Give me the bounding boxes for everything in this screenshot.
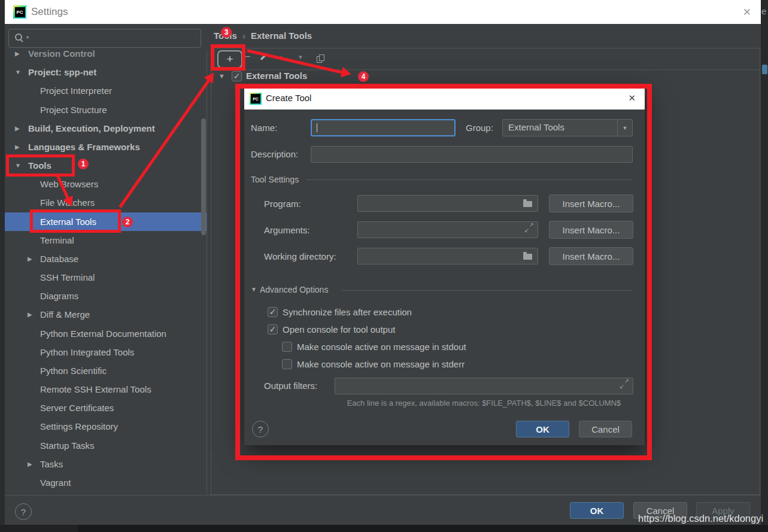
tool-settings-section-label: Tool Settings <box>251 175 299 184</box>
advanced-options-section-label[interactable]: Advanced Options <box>260 285 328 294</box>
chevron-down-icon[interactable]: ▼ <box>15 156 21 175</box>
close-icon[interactable]: ✕ <box>628 93 636 104</box>
sidebar-item-file-watchers[interactable]: File Watchers <box>5 193 207 212</box>
text-caret <box>317 123 317 132</box>
dialog-row-program: Program:Insert Macro... <box>244 194 645 213</box>
checkbox-row-open-console-for-tool-output[interactable]: ✓Open console for tool output <box>268 324 395 335</box>
close-icon[interactable]: ✕ <box>743 6 751 19</box>
checkbox-row-make-console-active-on-message-in-stderr[interactable]: Make console active on message in stderr <box>282 359 465 369</box>
watermark: https://blog.csdn.net/kdongyi <box>638 513 763 524</box>
sidebar-item-version-control[interactable]: ▶Version Control <box>5 50 207 63</box>
background-icon-fragment <box>762 65 767 74</box>
sidebar-item-label: Version Control <box>28 50 95 63</box>
dialog-cancel-button[interactable]: Cancel <box>579 421 632 437</box>
folder-icon[interactable] <box>523 254 532 260</box>
sidebar-item-tasks[interactable]: ▶Tasks <box>5 455 207 473</box>
sidebar-item-database[interactable]: ▶Database <box>5 250 207 268</box>
chevron-down-icon[interactable]: ▼ <box>617 120 632 136</box>
ok-button[interactable]: OK <box>570 502 624 519</box>
chevron-right-icon[interactable]: ▶ <box>28 305 32 324</box>
insert-macro-button[interactable]: Insert Macro... <box>549 247 633 265</box>
sidebar-item-label: Vagrant <box>40 473 71 492</box>
name-field[interactable] <box>311 119 456 136</box>
sidebar-item-python-external-documentation[interactable]: Python External Documentation <box>5 324 207 343</box>
expand-icon[interactable] <box>620 379 629 388</box>
breadcrumb-tools[interactable]: Tools <box>214 31 237 41</box>
chevron-right-icon[interactable]: ▶ <box>28 250 32 268</box>
arguments-field[interactable] <box>357 221 538 238</box>
screen: e PC Settings ✕ ▾ ▶Version Control▼Proje… <box>0 0 768 532</box>
sidebar-item-project-structure[interactable]: Project Structure <box>5 101 207 119</box>
field-label: Arguments: <box>264 221 310 239</box>
add-tool-button[interactable]: + <box>217 50 242 68</box>
checkbox-unchecked[interactable] <box>282 359 292 369</box>
sidebar-item-vagrant[interactable]: Vagrant <box>5 473 207 492</box>
sidebar-item-label: Web Browsers <box>40 175 98 193</box>
group-select[interactable]: External Tools ▼ <box>502 119 633 136</box>
description-label: Description: <box>251 146 298 163</box>
sidebar-item-diff-merge[interactable]: ▶Diff & Merge <box>5 305 207 324</box>
sidebar-item-project-spp-net[interactable]: ▼Project: spp-net <box>5 63 207 81</box>
chevron-down-icon[interactable]: ▼ <box>218 72 225 80</box>
move-up-icon[interactable]: ▲ <box>278 54 284 60</box>
copy-tool-icon[interactable] <box>317 54 324 63</box>
dialog-row-working-directory: Working directory:Insert Macro... <box>244 247 645 266</box>
checkbox-row-synchronize-files-after-execution[interactable]: ✓Synchronize files after execution <box>268 307 412 317</box>
external-tools-root-row[interactable]: ▼ ✓ External Tools <box>211 71 760 85</box>
settings-search-input[interactable]: ▾ <box>8 29 201 48</box>
sidebar-item-label: Terminal <box>40 231 74 250</box>
sidebar-item-tools[interactable]: ▼Tools <box>5 156 207 175</box>
sidebar-item-label: Build, Execution, Deployment <box>28 119 155 138</box>
working-directory-field[interactable] <box>357 248 538 265</box>
breadcrumb-external-tools: External Tools <box>251 31 312 41</box>
sidebar-item-python-scientific[interactable]: Python Scientific <box>5 361 207 380</box>
chevron-right-icon[interactable]: ▶ <box>15 138 20 156</box>
breadcrumb-separator: › <box>242 31 245 41</box>
insert-macro-button[interactable]: Insert Macro... <box>549 221 633 239</box>
help-button[interactable]: ? <box>15 503 32 520</box>
description-field[interactable] <box>311 146 633 163</box>
settings-titlebar: PC Settings ✕ <box>5 0 761 24</box>
sidebar-item-label: Languages & Frameworks <box>28 138 140 156</box>
output-filters-field[interactable] <box>335 378 633 394</box>
tools-toolbar: + − ▲ ▼ <box>211 48 760 70</box>
edit-tool-icon[interactable] <box>260 53 268 60</box>
chevron-right-icon[interactable]: ▶ <box>15 50 20 63</box>
search-dropdown-icon[interactable]: ▾ <box>26 35 29 40</box>
chevron-down-icon[interactable]: ▼ <box>251 286 257 293</box>
group-selected-value: External Tools <box>503 120 617 136</box>
sidebar-item-terminal[interactable]: Terminal <box>5 231 207 250</box>
remove-tool-button[interactable]: − <box>245 51 250 62</box>
tree-root-label: External Tools <box>246 71 307 81</box>
sidebar-scrollbar[interactable] <box>201 118 206 235</box>
sidebar-item-label: File Watchers <box>40 193 95 212</box>
sidebar-item-diagrams[interactable]: Diagrams <box>5 287 207 305</box>
sidebar-item-startup-tasks[interactable]: Startup Tasks <box>5 436 207 455</box>
chevron-right-icon[interactable]: ▶ <box>15 119 20 138</box>
sidebar-item-server-certificates[interactable]: Server Certificates <box>5 399 207 417</box>
sidebar-item-label: Diff & Merge <box>40 305 90 324</box>
help-button[interactable]: ? <box>252 421 269 437</box>
chevron-down-icon[interactable]: ▼ <box>15 63 21 81</box>
dialog-ok-button[interactable]: OK <box>516 421 569 437</box>
external-tools-checkbox[interactable]: ✓ <box>232 71 242 81</box>
chevron-right-icon[interactable]: ▶ <box>28 455 32 473</box>
expand-icon[interactable] <box>524 223 534 232</box>
program-field[interactable] <box>357 195 538 212</box>
folder-icon[interactable] <box>523 201 532 207</box>
sidebar-item-remote-ssh-external-tools[interactable]: Remote SSH External Tools <box>5 380 207 399</box>
move-down-icon[interactable]: ▼ <box>298 54 303 60</box>
checkbox-checked[interactable]: ✓ <box>268 307 278 317</box>
insert-macro-button[interactable]: Insert Macro... <box>549 194 633 212</box>
sidebar-item-build-execution-deployment[interactable]: ▶Build, Execution, Deployment <box>5 119 207 138</box>
checkbox-row-make-console-active-on-message-in-stdout[interactable]: Make console active on message in stdout <box>282 342 466 352</box>
sidebar-item-project-interpreter[interactable]: Project Interpreter <box>5 81 207 100</box>
sidebar-item-python-integrated-tools[interactable]: Python Integrated Tools <box>5 343 207 361</box>
sidebar-item-ssh-terminal[interactable]: SSH Terminal <box>5 268 207 287</box>
checkbox-checked[interactable]: ✓ <box>268 324 278 335</box>
sidebar-item-languages-frameworks[interactable]: ▶Languages & Frameworks <box>5 138 207 156</box>
sidebar-item-external-tools[interactable]: External Tools <box>5 212 207 231</box>
sidebar-item-settings-repository[interactable]: Settings Repository <box>5 417 207 436</box>
sidebar-item-web-browsers[interactable]: Web Browsers <box>5 175 207 193</box>
checkbox-unchecked[interactable] <box>282 342 292 352</box>
